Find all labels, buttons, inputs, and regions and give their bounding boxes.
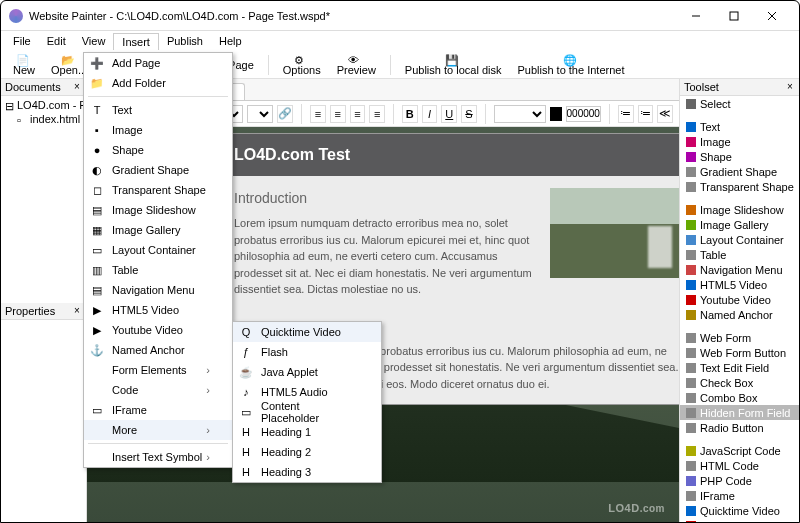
publish-local-button[interactable]: 💾Publish to local disk [399, 54, 508, 76]
tool-html5-video[interactable]: HTML5 Video [680, 277, 799, 292]
close-panel-icon[interactable]: × [72, 306, 82, 316]
link-button[interactable]: 🔗 [277, 105, 293, 123]
tool-youtube-video[interactable]: Youtube Video [680, 292, 799, 307]
tool-flash[interactable]: Flash [680, 518, 799, 522]
preview-button[interactable]: 👁Preview [331, 54, 382, 76]
list-ul-button[interactable]: ≔ [618, 105, 634, 123]
menu-item-layout-container[interactable]: ▭Layout Container [84, 240, 232, 260]
style-select[interactable] [494, 105, 546, 123]
menu-item-add-page[interactable]: ➕Add Page [84, 53, 232, 73]
underline-button[interactable]: U [441, 105, 457, 123]
tool-text-edit-field[interactable]: Text Edit Field [680, 360, 799, 375]
list-ol-button[interactable]: ≔ [638, 105, 654, 123]
tool-web-form-button[interactable]: Web Form Button [680, 345, 799, 360]
insert-more-submenu[interactable]: QQuicktime VideoƒFlash☕Java Applet♪HTML5… [232, 321, 382, 483]
inline-image[interactable] [550, 188, 679, 278]
tool-radio-button[interactable]: Radio Button [680, 420, 799, 435]
menu-item-transparent-shape[interactable]: ◻Transparent Shape [84, 180, 232, 200]
document-root[interactable]: ⊟LO4D.com - Page [1, 98, 86, 112]
outdent-button[interactable]: ≪ [657, 105, 673, 123]
submenu-item-quicktime-video[interactable]: QQuicktime Video [233, 322, 381, 342]
close-panel-icon[interactable]: × [72, 82, 82, 92]
menu-item-add-folder[interactable]: 📁Add Folder [84, 73, 232, 93]
menu-edit[interactable]: Edit [39, 33, 74, 49]
tool-shape[interactable]: Shape [680, 149, 799, 164]
tool-layout-container[interactable]: Layout Container [680, 232, 799, 247]
align-justify-button[interactable]: ≡ [369, 105, 385, 123]
tool-gradient-shape[interactable]: Gradient Shape [680, 164, 799, 179]
menu-view[interactable]: View [74, 33, 114, 49]
menu-item-icon: ▤ [90, 283, 104, 297]
menu-item-shape[interactable]: ●Shape [84, 140, 232, 160]
menu-item-navigation-menu[interactable]: ▤Navigation Menu [84, 280, 232, 300]
tool-image[interactable]: Image [680, 134, 799, 149]
tool-label: Radio Button [700, 422, 764, 434]
italic-button[interactable]: I [422, 105, 438, 123]
menu-item-more[interactable]: More [84, 420, 232, 440]
menu-item-text[interactable]: TText [84, 100, 232, 120]
tool-image-slideshow[interactable]: Image Slideshow [680, 202, 799, 217]
options-button[interactable]: ⚙Options [277, 54, 327, 76]
submenu-item-heading-2[interactable]: HHeading 2 [233, 442, 381, 462]
tool-web-form[interactable]: Web Form [680, 330, 799, 345]
menu-item-gradient-shape[interactable]: ◐Gradient Shape [84, 160, 232, 180]
close-button[interactable] [753, 2, 791, 30]
menu-item-form-elements[interactable]: Form Elements [84, 360, 232, 380]
tool-hidden-form-field[interactable]: Hidden Form Field [680, 405, 799, 420]
tool-label: Image Slideshow [700, 204, 784, 216]
document-item[interactable]: ▫index.html [1, 112, 86, 126]
menu-item-image-slideshow[interactable]: ▤Image Slideshow [84, 200, 232, 220]
tool-label: Hidden Form Field [700, 407, 790, 419]
submenu-item-java-applet[interactable]: ☕Java Applet [233, 362, 381, 382]
tool-html-code[interactable]: HTML Code [680, 458, 799, 473]
tool-iframe[interactable]: IFrame [680, 488, 799, 503]
align-right-button[interactable]: ≡ [350, 105, 366, 123]
menu-item-code[interactable]: Code [84, 380, 232, 400]
tool-select[interactable]: Select [680, 96, 799, 111]
menu-file[interactable]: File [5, 33, 39, 49]
menu-item-image[interactable]: ▪Image [84, 120, 232, 140]
align-left-button[interactable]: ≡ [310, 105, 326, 123]
menu-item-named-anchor[interactable]: ⚓Named Anchor [84, 340, 232, 360]
text-color-button[interactable] [550, 107, 562, 121]
tool-javascript-code[interactable]: JavaScript Code [680, 443, 799, 458]
font-size-select[interactable] [247, 105, 273, 123]
tool-check-box[interactable]: Check Box [680, 375, 799, 390]
tool-image-gallery[interactable]: Image Gallery [680, 217, 799, 232]
submenu-item-content-placeholder[interactable]: ▭Content Placeholder [233, 402, 381, 422]
tool-quicktime-video[interactable]: Quicktime Video [680, 503, 799, 518]
tool-navigation-menu[interactable]: Navigation Menu [680, 262, 799, 277]
menu-item-table[interactable]: ▥Table [84, 260, 232, 280]
tool-text[interactable]: Text [680, 119, 799, 134]
menu-publish[interactable]: Publish [159, 33, 211, 49]
submenu-item-heading-3[interactable]: HHeading 3 [233, 462, 381, 482]
tool-php-code[interactable]: PHP Code [680, 473, 799, 488]
tool-combo-box[interactable]: Combo Box [680, 390, 799, 405]
menu-item-iframe[interactable]: ▭IFrame [84, 400, 232, 420]
color-hex-display[interactable]: 000000 [566, 106, 601, 122]
tool-transparent-shape[interactable]: Transparent Shape [680, 179, 799, 194]
close-panel-icon[interactable]: × [785, 82, 795, 92]
menu-item-html5-video[interactable]: ▶HTML5 Video [84, 300, 232, 320]
submenu-item-heading-1[interactable]: HHeading 1 [233, 422, 381, 442]
bold-button[interactable]: B [402, 105, 418, 123]
publish-internet-button[interactable]: 🌐Publish to the Internet [511, 54, 630, 76]
menu-item-insert-text-symbol[interactable]: Insert Text Symbol [84, 447, 232, 467]
tool-named-anchor[interactable]: Named Anchor [680, 307, 799, 322]
submenu-item-flash[interactable]: ƒFlash [233, 342, 381, 362]
maximize-button[interactable] [715, 2, 753, 30]
documents-tree[interactable]: ⊟LO4D.com - Page ▫index.html [1, 96, 86, 303]
insert-menu-dropdown[interactable]: ➕Add Page📁Add FolderTText▪Image●Shape◐Gr… [83, 52, 233, 468]
tool-table[interactable]: Table [680, 247, 799, 262]
menu-insert[interactable]: Insert [113, 33, 159, 50]
strike-button[interactable]: S [461, 105, 477, 123]
menu-item-youtube-video[interactable]: ▶Youtube Video [84, 320, 232, 340]
new-button[interactable]: 📄New [7, 54, 41, 76]
menu-item-image-gallery[interactable]: ▦Image Gallery [84, 220, 232, 240]
menu-help[interactable]: Help [211, 33, 250, 49]
align-center-button[interactable]: ≡ [330, 105, 346, 123]
menu-item-label: Flash [261, 346, 288, 358]
minimize-button[interactable] [677, 2, 715, 30]
menu-item-icon: ☕ [239, 365, 253, 379]
submenu-item-html5-audio[interactable]: ♪HTML5 Audio [233, 382, 381, 402]
